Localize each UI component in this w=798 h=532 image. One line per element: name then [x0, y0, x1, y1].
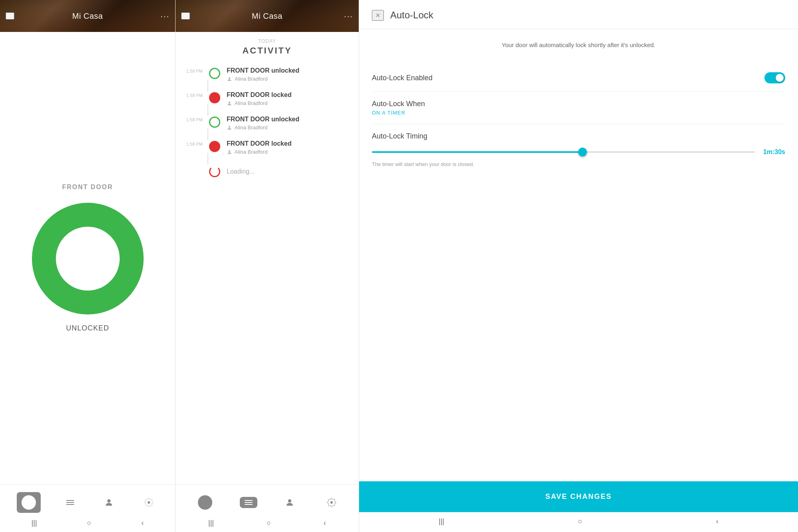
lock-status: UNLOCKED — [66, 324, 109, 332]
slider-fill — [372, 151, 583, 153]
person-icon — [227, 76, 232, 82]
person-icon — [227, 101, 232, 106]
activity-person: Alina Bradford — [227, 100, 292, 106]
front-door-label: FRONT DOOR — [62, 184, 113, 191]
activity-time: 1:58 PM — [184, 140, 203, 146]
activity-info: FRONT DOOR locked Alina Bradford — [227, 140, 292, 155]
right-phone-btn-3[interactable]: ‹ — [716, 517, 718, 526]
nav-person-icon — [285, 498, 294, 507]
activity-dot-unlocked — [209, 68, 220, 79]
left-dots-button[interactable]: ··· — [160, 12, 170, 20]
middle-phone-nav: ||| ○ ‹ — [176, 517, 359, 532]
autolock-when-label: Auto-Lock When — [372, 100, 425, 108]
activity-action: FRONT DOOR unlocked — [227, 67, 299, 74]
nav-list-button[interactable] — [61, 497, 79, 508]
svg-point-4 — [229, 150, 231, 152]
left-phone-btn-1[interactable]: ||| — [32, 519, 37, 527]
middle-nav-list-button[interactable] — [240, 497, 257, 508]
nav-gear-icon — [144, 498, 154, 507]
autolock-title: Auto-Lock — [390, 10, 433, 21]
activity-time: 1:59 PM — [184, 67, 203, 73]
right-phone-btn-2[interactable]: ○ — [578, 517, 583, 526]
nav-settings-button[interactable] — [139, 494, 158, 510]
autolock-when-row: Auto-Lock When ON A TIMER — [372, 92, 785, 124]
activity-info: FRONT DOOR locked Alina Bradford — [227, 91, 292, 106]
middle-header-title: Mi Casa — [252, 12, 282, 21]
nav-home-button[interactable] — [17, 492, 41, 513]
middle-dots-button[interactable]: ··· — [344, 12, 353, 20]
right-panel: × Auto-Lock Your door will automatically… — [359, 0, 798, 532]
autolock-header: × Auto-Lock — [359, 0, 798, 29]
save-changes-button[interactable]: SAVE CHANGES — [359, 481, 798, 512]
activity-header: TODAY ACTIVITY — [176, 32, 359, 59]
activity-person: Alina Bradford — [227, 149, 292, 155]
loading-item: Loading... — [184, 160, 351, 184]
lock-circle-inner — [56, 227, 120, 291]
middle-menu-button[interactable] — [181, 12, 190, 20]
activity-info: FRONT DOOR unlocked Alina Bradford — [227, 67, 299, 82]
activity-time: 1:58 PM — [184, 116, 203, 122]
middle-header-image: Mi Casa ··· — [176, 0, 359, 32]
left-menu-button[interactable] — [6, 12, 14, 20]
middle-panel: Mi Casa ··· TODAY ACTIVITY 1:59 PM FRONT… — [176, 0, 359, 532]
left-header-image: Mi Casa ··· — [0, 0, 175, 32]
svg-point-1 — [229, 77, 231, 79]
nav-users-button[interactable] — [99, 494, 119, 510]
slider-thumb[interactable] — [578, 148, 587, 156]
left-phone-btn-2[interactable]: ○ — [87, 519, 91, 527]
slider-value: 1m:30s — [761, 148, 785, 156]
middle-nav-settings-button[interactable] — [322, 494, 341, 510]
left-phone-nav: ||| ○ ‹ — [0, 517, 175, 532]
right-phone-btn-1[interactable]: ||| — [439, 517, 444, 526]
activity-dot-locked — [209, 141, 220, 152]
activity-item: 1:59 PM FRONT DOOR unlocked Alina Bradfo… — [184, 62, 351, 87]
activity-dot-locked — [209, 92, 220, 103]
left-phone-btn-3[interactable]: ‹ — [141, 519, 144, 527]
middle-phone-btn-2[interactable]: ○ — [267, 519, 271, 527]
spacer — [359, 267, 798, 482]
autolock-enabled-label: Auto-Lock Enabled — [372, 74, 433, 82]
autolock-description: Your door will automatically lock shortl… — [372, 40, 785, 50]
slider-track — [372, 151, 755, 153]
nav-list-icon — [66, 500, 74, 505]
person-icon — [227, 149, 232, 155]
activity-info: FRONT DOOR unlocked Alina Bradford — [227, 116, 299, 131]
middle-phone-btn-1[interactable]: ||| — [208, 519, 214, 527]
middle-nav-dot — [198, 495, 212, 510]
left-header-title: Mi Casa — [72, 12, 103, 21]
activity-item: 1:59 PM FRONT DOOR locked Alina Bradford — [184, 87, 351, 111]
autolock-enabled-toggle[interactable] — [764, 72, 785, 83]
autolock-timing-row: Auto-Lock Timing 1m:30s The timer will s… — [372, 124, 785, 176]
slider-hint: The timer will start when your door is c… — [372, 160, 785, 168]
nav-person-icon — [104, 498, 114, 507]
middle-nav-home-button[interactable] — [193, 492, 217, 513]
slider-container: 1m:30s — [372, 148, 785, 156]
activity-action: FRONT DOOR unlocked — [227, 116, 299, 123]
left-bottom-nav: ||| ○ ‹ — [0, 484, 175, 532]
left-nav-icons — [0, 485, 175, 517]
front-door-section: FRONT DOOR UNLOCKED — [0, 32, 175, 484]
loading-text: Loading... — [227, 168, 255, 175]
activity-title: ACTIVITY — [176, 45, 359, 56]
person-icon — [227, 125, 232, 131]
middle-bottom-nav: ||| ○ ‹ — [176, 484, 359, 532]
today-label: TODAY — [176, 38, 359, 44]
middle-nav-icons — [176, 485, 359, 517]
svg-point-3 — [229, 126, 231, 128]
activity-action: FRONT DOOR locked — [227, 140, 292, 147]
middle-nav-users-button[interactable] — [280, 494, 299, 510]
activity-time: 1:59 PM — [184, 91, 203, 98]
close-button[interactable]: × — [372, 10, 384, 21]
right-phone-nav: ||| ○ ‹ — [359, 512, 798, 532]
svg-point-2 — [229, 101, 231, 103]
lock-circle[interactable] — [32, 203, 144, 314]
nav-home-dot — [22, 495, 36, 510]
loading-spinner — [209, 166, 220, 177]
autolock-when-value: ON A TIMER — [372, 110, 425, 116]
activity-person: Alina Bradford — [227, 125, 299, 131]
left-panel: Mi Casa ··· FRONT DOOR UNLOCKED — [0, 0, 176, 532]
nav-list-icon — [245, 500, 253, 505]
middle-phone-btn-3[interactable]: ‹ — [324, 519, 326, 527]
activity-person: Alina Bradford — [227, 76, 299, 82]
nav-gear-icon — [327, 498, 336, 507]
